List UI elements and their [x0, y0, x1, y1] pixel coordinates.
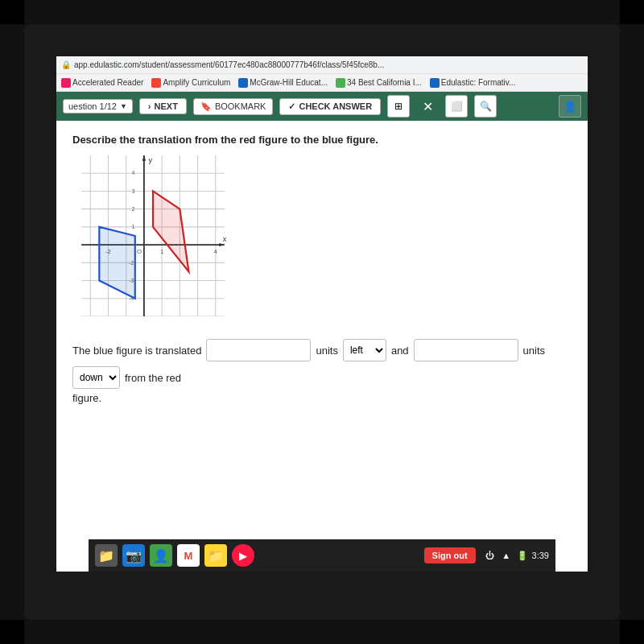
lock-icon: 🔒	[61, 60, 71, 69]
question-label: uestion 1/12	[68, 101, 117, 111]
bookmark-btn-label: BOOKMARK	[215, 101, 266, 111]
svg-text:3: 3	[132, 188, 135, 194]
bookmark-amplify[interactable]: Amplify Curriculum	[151, 78, 230, 88]
grid-icon-button[interactable]: ⊞	[387, 95, 410, 118]
bookmark-label-ca: 34 Best California I...	[347, 78, 422, 87]
units-input-2[interactable]	[414, 339, 518, 361]
grid-icon: ⊞	[394, 101, 402, 112]
bookmark-accelerated-reader[interactable]: Accelerated Reader	[61, 78, 143, 88]
taskbar-gmail-icon[interactable]: M	[177, 544, 200, 567]
bookmark-label-mh: McGraw-Hill Educat...	[250, 78, 328, 87]
svg-marker-20	[142, 155, 146, 161]
taskbar-files-icon[interactable]: 📁	[95, 544, 118, 567]
direction-select-1[interactable]: left right	[343, 339, 386, 361]
check-answer-button[interactable]: ✓ CHECK ANSWER	[279, 98, 381, 115]
coordinate-graph: x y -2 1 4 O 4 3 2 1 -2 -3 -4	[72, 155, 233, 316]
svg-text:1: 1	[160, 248, 163, 255]
question-instruction: Describe the translation from the red fi…	[72, 134, 572, 146]
answer-area: The blue figure is translated units left…	[72, 339, 572, 389]
bookmark-icon-ca	[336, 78, 345, 88]
bookmark-icon-amplify	[151, 78, 161, 88]
svg-text:1: 1	[132, 224, 135, 229]
url-text: app.edulastic.com/student/assessment/601…	[74, 60, 384, 69]
window-icon-button[interactable]: ⬜	[445, 95, 468, 118]
next-button[interactable]: › NEXT	[139, 98, 187, 114]
bookmark-mcgrawhill[interactable]: McGraw-Hill Educat...	[238, 78, 328, 88]
taskbar-time: 3:39	[532, 551, 549, 560]
units-input-1[interactable]	[206, 339, 311, 361]
taskbar-wifi-icon: ▲	[500, 549, 513, 562]
direction-select-2[interactable]: down up	[72, 366, 120, 389]
bookmark-button[interactable]: 🔖 BOOKMARK	[193, 98, 274, 115]
taskbar: 📁 📷 👤 M 📁 ▶ Sign out ⏻ ▲ 🔋 3:39	[89, 539, 555, 572]
bookmark-icon-ar	[61, 78, 71, 88]
chevron-down-icon: ▼	[120, 102, 127, 110]
x-icon: ✕	[423, 99, 433, 114]
red-figure	[153, 191, 188, 271]
blue-figure	[99, 227, 134, 299]
sentence-start: The blue figure is translated	[72, 345, 201, 357]
taskbar-folder-icon[interactable]: 📁	[204, 544, 227, 567]
graph-container: x y -2 1 4 O 4 3 2 1 -2 -3 -4	[72, 155, 233, 316]
main-content: Describe the translation from the red fi…	[56, 121, 588, 572]
question-selector[interactable]: uestion 1/12 ▼	[63, 99, 133, 114]
from-red-label: from the red	[125, 372, 181, 384]
units-label-2: units	[523, 345, 545, 357]
next-arrow-icon: ›	[148, 101, 151, 111]
taskbar-camera-icon[interactable]: 📷	[122, 544, 145, 567]
bookmark-california[interactable]: 34 Best California I...	[336, 78, 422, 88]
bookmark-label-edu: Edulastic: Formativ...	[441, 78, 516, 87]
check-answer-label: CHECK ANSWER	[299, 101, 372, 111]
bookmark-icon-mh	[238, 78, 248, 88]
taskbar-power-icon[interactable]: ⏻	[484, 549, 497, 562]
svg-text:4: 4	[132, 170, 135, 175]
search-icon: 🔍	[480, 101, 492, 112]
svg-text:y: y	[148, 156, 152, 164]
search-icon-button[interactable]: 🔍	[474, 95, 497, 118]
sign-out-button[interactable]: Sign out	[424, 547, 476, 564]
taskbar-people-icon[interactable]: 👤	[150, 544, 172, 567]
svg-marker-19	[219, 243, 225, 246]
taskbar-youtube-icon[interactable]: ▶	[232, 544, 254, 567]
close-button[interactable]: ✕	[416, 95, 439, 118]
bookmark-label-ar: Accelerated Reader	[72, 78, 143, 87]
user-icon: 👤	[564, 101, 576, 113]
figure-label: figure.	[72, 392, 572, 404]
bookmark-edulastic[interactable]: Edulastic: Formativ...	[430, 78, 516, 88]
svg-text:O: O	[137, 248, 142, 255]
user-icon-button[interactable]: 👤	[559, 95, 581, 118]
app-toolbar: uestion 1/12 ▼ › NEXT 🔖 BOOKMARK ✓ CHECK…	[56, 92, 588, 121]
bookmarks-bar: Accelerated Reader Amplify Curriculum Mc…	[56, 74, 588, 92]
window-icon: ⬜	[451, 101, 463, 112]
and-label: and	[391, 345, 409, 357]
taskbar-battery-icon: 🔋	[516, 549, 529, 562]
units-label-1: units	[316, 345, 337, 357]
bookmark-icon-toolbar: 🔖	[200, 101, 212, 112]
checkmark-icon: ✓	[288, 101, 295, 112]
svg-text:x: x	[223, 235, 227, 243]
bookmark-icon-edu	[430, 78, 440, 88]
svg-text:4: 4	[214, 248, 218, 255]
bookmark-label-amplify: Amplify Curriculum	[163, 78, 230, 87]
url-bar: 🔒 app.edulastic.com/student/assessment/6…	[56, 56, 588, 74]
svg-text:2: 2	[132, 206, 135, 212]
next-label: NEXT	[155, 101, 178, 111]
